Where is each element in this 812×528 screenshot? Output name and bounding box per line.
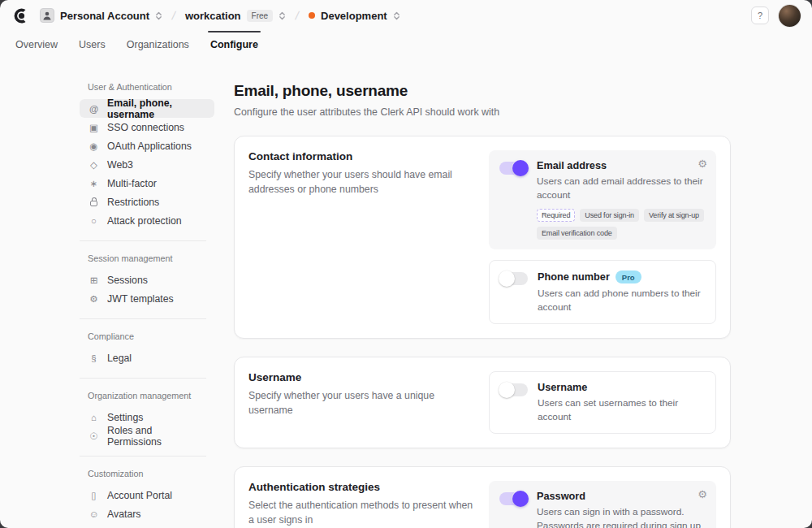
page-subtitle: Configure the user attributes the Clerk … [234,106,731,118]
personal-account-avatar-icon [40,8,54,23]
browser-window-icon: ▯ [88,490,100,501]
phone-number-panel: Phone number Pro Users can add phone num… [489,260,716,324]
phone-number-toggle[interactable] [500,272,528,285]
panel-title: Password [537,491,706,502]
sidebar-item-label: Roles and Permissions [107,425,206,448]
oauth-icon: ◉ [88,141,100,152]
chevron-up-down-icon [279,11,286,21]
panel-description: Users can add email addresses to their a… [537,175,706,201]
page-title: Email, phone, username [234,82,731,100]
sidebar-item-multi-factor[interactable]: ∗ Multi-factor [80,174,214,193]
tab-overview[interactable]: Overview [5,31,68,58]
username-panel: Username Users can set usernames to thei… [489,371,716,434]
email-address-panel: ⚙ Email address Users can add email addr… [489,150,716,249]
sidebar-item-email-phone-username[interactable]: @ Email, phone, username [80,99,214,118]
face-icon: ☺ [88,509,100,519]
at-sign-icon: @ [88,104,100,114]
panel-description: Users can sign in with a password. Passw… [537,505,706,528]
sidebar-item-attack-protection[interactable]: ○ Attack protection [80,211,214,230]
account-switcher[interactable]: Personal Account [40,8,162,23]
environment-dot-icon [309,12,315,19]
sidebar-item-label: Multi-factor [107,178,157,189]
user-avatar[interactable] [779,5,801,27]
sidebar-divider [80,456,206,457]
sidebar-item-label: Avatars [107,509,140,520]
email-address-toggle[interactable] [499,162,527,175]
application-name: workcation [185,10,241,22]
tab-organizations[interactable]: Organizations [116,31,200,58]
card-description: Select the authentication methods to pre… [248,499,474,528]
section-heading: Customization [88,469,214,478]
sidebar-item-label: Settings [107,412,143,423]
environment-switcher[interactable]: Development [309,10,400,22]
sidebar-divider [80,240,206,241]
toggle-knob [512,491,529,507]
application-switcher[interactable]: workcation Free [185,10,286,22]
sidebar-item-label: Email, phone, username [107,97,206,120]
card-description: Specify whether your users have a unique… [248,389,474,418]
section-heading: Organization management [88,391,214,400]
email-settings-gear-icon[interactable]: ⚙ [698,158,707,169]
sidebar-item-account-portal[interactable]: ▯ Account Portal [80,486,214,504]
lock-icon [88,197,100,206]
toggle-knob [512,160,529,176]
username-card: Username Specify whether your users have… [234,357,731,448]
panel-title: Phone number [538,271,610,283]
password-toggle[interactable] [499,492,527,505]
section-heading: Session management [88,253,214,263]
sidebar-item-label: Legal [107,353,132,364]
clerk-logo-icon [13,7,30,24]
sidebar-item-label: Restrictions [107,197,159,208]
contact-information-card: Contact information Specify whether your… [234,136,731,339]
sidebar-item-label: Account Portal [107,490,172,501]
panel-title: Username [538,382,705,393]
sidebar-item-sessions[interactable]: ⊞ Sessions [80,270,214,289]
authentication-strategies-card: Authentication strategies Select the aut… [234,466,731,528]
card-title: Authentication strategies [248,481,474,493]
shield-icon: ○ [88,216,100,226]
sidebar-item-label: Web3 [107,159,133,171]
sidebar-item-oauth-applications[interactable]: ◉ OAuth Applications [80,136,214,155]
account-name: Personal Account [60,10,149,22]
sessions-windows-icon: ⊞ [88,275,100,286]
sidebar-item-legal[interactable]: § Legal [80,348,214,367]
panel-title: Email address [537,160,706,171]
password-settings-gear-icon[interactable]: ⚙ [698,489,707,500]
sidebar-item-emails[interactable]: @ Emails [80,523,214,528]
environment-name: Development [321,10,387,22]
sso-icon: ▣ [88,122,100,133]
main-content: Email, phone, username Configure the use… [234,82,731,528]
tab-users[interactable]: Users [68,31,116,58]
tab-configure[interactable]: Configure [200,31,269,58]
breadcrumb-separator: / [171,9,176,22]
breadcrumb-separator: / [294,9,300,22]
required-badge: Required [537,209,575,222]
used-for-sign-in-badge: Used for sign-in [580,209,639,222]
sidebar-item-label: JWT templates [107,293,174,305]
section-heading: Compliance [88,331,214,341]
gear-icon: ⚙ [88,293,100,305]
multi-factor-icon: ∗ [88,178,100,189]
chevron-up-down-icon [393,11,400,21]
email-badges: Required Used for sign-in Verify at sign… [537,209,706,240]
plan-badge: Free [247,10,274,22]
panel-description: Users can add phone numbers to their acc… [538,287,705,314]
sidebar-item-jwt-templates[interactable]: ⚙ JWT templates [80,289,214,308]
main-nav-tabs: Overview Users Organizations Configure [0,31,812,58]
password-panel: ⚙ Password Users can sign in with a pass… [489,481,716,528]
sidebar-item-label: Attack protection [107,215,182,227]
sidebar-item-roles-permissions[interactable]: ☉ Roles and Permissions [80,426,214,445]
help-button[interactable]: ? [751,6,769,24]
sidebar-item-restrictions[interactable]: Restrictions [80,193,214,211]
sidebar-item-avatars[interactable]: ☺ Avatars [80,504,214,523]
sidebar-divider [80,318,206,319]
sidebar-item-web3[interactable]: ◇ Web3 [80,155,214,174]
clerk-dashboard: Personal Account / workcation Free / Dev… [0,0,812,528]
sidebar-item-sso-connections[interactable]: ▣ SSO connections [80,118,214,136]
username-toggle[interactable] [500,383,528,396]
sidebar-divider [80,378,206,379]
sidebar-item-label: OAuth Applications [107,141,192,152]
section-heading: User & Authentication [88,82,214,92]
building-icon: ⌂ [88,413,100,422]
card-title: Contact information [248,150,474,162]
